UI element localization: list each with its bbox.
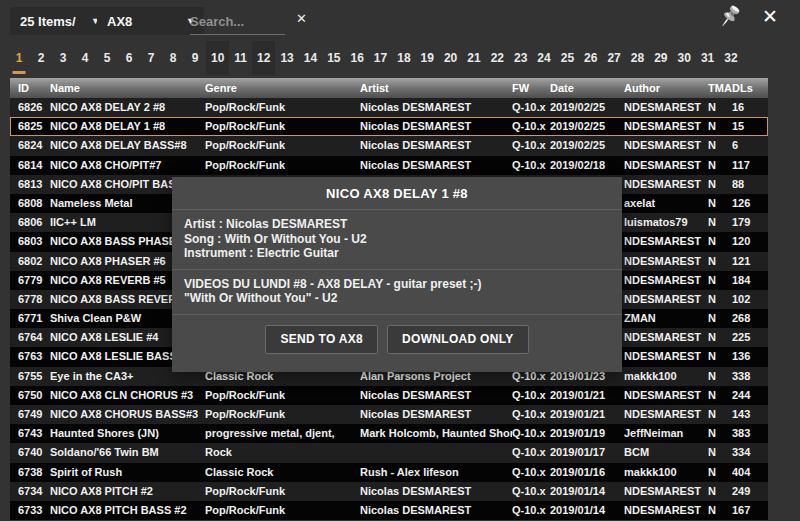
page-number-11[interactable]: 11 — [229, 41, 252, 75]
cell-id: 6824 — [10, 136, 50, 155]
cell-dls: 15 — [732, 117, 768, 136]
page-number-8[interactable]: 8 — [162, 41, 184, 75]
cell-date: 2019/01/21 — [550, 386, 624, 405]
page-number-13[interactable]: 13 — [275, 41, 298, 75]
cell-author: NDESMAREST — [624, 117, 708, 136]
cell-tma: N — [708, 463, 732, 482]
page-number-26[interactable]: 26 — [579, 41, 602, 75]
download-only-button[interactable]: DOWNLOAD ONLY — [387, 325, 528, 354]
page-number-30[interactable]: 30 — [673, 41, 696, 75]
page-number-19[interactable]: 19 — [416, 41, 439, 75]
cell-genre: progressive metal, djent, — [205, 424, 360, 443]
table-row-6740[interactable]: 6740Soldano/'66 Twin BMRockQ-10.x2019/01… — [10, 443, 768, 462]
page-number-15[interactable]: 15 — [322, 41, 345, 75]
send-to-ax8-button[interactable]: SEND TO AX8 — [265, 325, 378, 354]
cell-tma: N — [708, 386, 732, 405]
page-number-1[interactable]: 1 — [8, 41, 30, 75]
cell-dls: 167 — [732, 501, 768, 520]
cell-date: 2019/02/25 — [550, 136, 624, 155]
column-header-dls[interactable]: DLs — [732, 78, 768, 98]
page-number-27[interactable]: 27 — [602, 41, 625, 75]
modal-info-line: Instrument : Electric Guitar — [184, 246, 622, 261]
cell-dls: 404 — [732, 463, 768, 482]
table-row-6814[interactable]: 6814NICO AX8 CHO/PIT#7Pop/Rock/FunkNicol… — [10, 156, 768, 175]
cell-date: 2019/02/25 — [550, 98, 624, 117]
column-header-id[interactable]: ID — [10, 78, 50, 98]
device-filter-select[interactable]: AX8 ▼ — [97, 7, 204, 35]
cell-author: NDESMAREST — [624, 405, 708, 424]
items-per-page-select[interactable]: 25 Items/ ▼ — [10, 7, 109, 35]
page-number-9[interactable]: 9 — [184, 41, 206, 75]
cell-tma: N — [708, 309, 732, 328]
cell-name: NICO AX8 DELAY BASS#8 — [50, 136, 205, 155]
page-number-21[interactable]: 21 — [462, 41, 485, 75]
page-number-12[interactable]: 12 — [252, 41, 275, 75]
cell-fw: Q-10.x — [512, 443, 550, 462]
page-number-4[interactable]: 4 — [74, 41, 96, 75]
close-icon[interactable]: ✕ — [762, 7, 778, 26]
page-number-23[interactable]: 23 — [509, 41, 532, 75]
table-row-6734[interactable]: 6734NICO AX8 PITCH #2Pop/Rock/FunkNicola… — [10, 482, 768, 501]
cell-tma: N — [708, 175, 732, 194]
page-number-31[interactable]: 31 — [696, 41, 719, 75]
page-number-22[interactable]: 22 — [486, 41, 509, 75]
cell-id: 6740 — [10, 443, 50, 462]
page-number-10[interactable]: 10 — [206, 41, 229, 75]
column-header-fw[interactable]: FW — [512, 78, 550, 98]
table-row-6738[interactable]: 6738Spirit of RushClassic RockRush - Ale… — [10, 463, 768, 482]
column-header-genre[interactable]: Genre — [205, 78, 360, 98]
cell-id: 6813 — [10, 175, 50, 194]
page-number-28[interactable]: 28 — [626, 41, 649, 75]
divider — [172, 269, 622, 270]
cell-id: 6826 — [10, 98, 50, 117]
cell-dls: 179 — [732, 213, 768, 232]
cell-tma: N — [708, 136, 732, 155]
cell-id: 6825 — [10, 117, 50, 136]
table-row-6733[interactable]: 6733NICO AX8 PITCH BASS #2Pop/Rock/FunkN… — [10, 501, 768, 520]
cell-fw: Q-10.x — [512, 501, 550, 520]
cell-author: makkk100 — [624, 367, 708, 386]
page-number-16[interactable]: 16 — [345, 41, 368, 75]
table-row-6824[interactable]: 6824NICO AX8 DELAY BASS#8Pop/Rock/FunkNi… — [10, 136, 768, 155]
table-row-6750[interactable]: 6750NICO AX8 CLN CHORUS #3Pop/Rock/FunkN… — [10, 386, 768, 405]
page-number-2[interactable]: 2 — [30, 41, 52, 75]
column-header-tma[interactable]: TMA — [708, 78, 732, 98]
search-field — [190, 8, 285, 35]
column-header-name[interactable]: Name — [50, 78, 205, 98]
column-header-author[interactable]: Author — [624, 78, 708, 98]
page-number-25[interactable]: 25 — [556, 41, 579, 75]
table-row-6749[interactable]: 6749NICO AX8 CHORUS BASS#3Pop/Rock/FunkN… — [10, 405, 768, 424]
cell-author: NDESMAREST — [624, 386, 708, 405]
modal-description: VIDEOS DU LUNDI #8 - AX8 DELAY - guitar … — [184, 277, 622, 306]
page-number-24[interactable]: 24 — [532, 41, 555, 75]
table-header: IDNameGenreArtistFWDateAuthorTMADLs — [10, 78, 768, 98]
cell-author: NDESMAREST — [624, 328, 708, 347]
table-row-6826[interactable]: 6826NICO AX8 DELAY 2 #8Pop/Rock/FunkNico… — [10, 98, 768, 117]
cell-author: NDESMAREST — [624, 136, 708, 155]
cell-dls: 16 — [732, 98, 768, 117]
page-number-17[interactable]: 17 — [369, 41, 392, 75]
search-clear-icon[interactable]: ✕ — [296, 11, 307, 26]
cell-date: 2019/01/17 — [550, 443, 624, 462]
cell-dls: 143 — [732, 405, 768, 424]
page-number-32[interactable]: 32 — [719, 41, 742, 75]
table-row-6743[interactable]: 6743Haunted Shores (JN)progressive metal… — [10, 424, 768, 443]
page-number-6[interactable]: 6 — [118, 41, 140, 75]
cell-artist: Nicolas DESMAREST — [360, 98, 512, 117]
cell-fw: Q-10.x — [512, 156, 550, 175]
page-number-7[interactable]: 7 — [140, 41, 162, 75]
column-header-artist[interactable]: Artist — [360, 78, 512, 98]
column-header-date[interactable]: Date — [550, 78, 624, 98]
page-number-20[interactable]: 20 — [439, 41, 462, 75]
table-row-6825[interactable]: 6825NICO AX8 DELAY 1 #8Pop/Rock/FunkNico… — [10, 117, 768, 136]
cell-id: 6802 — [10, 252, 50, 271]
search-input[interactable] — [190, 8, 285, 34]
page-number-3[interactable]: 3 — [52, 41, 74, 75]
page-number-5[interactable]: 5 — [96, 41, 118, 75]
page-number-18[interactable]: 18 — [392, 41, 415, 75]
cell-dls: 102 — [732, 290, 768, 309]
page-number-14[interactable]: 14 — [299, 41, 322, 75]
preset-browser-window: 25 Items/ ▼ AX8 ▼ ✕ 📌 ✕ 1234567891011121… — [0, 0, 800, 521]
pin-icon[interactable]: 📌 — [719, 4, 743, 28]
page-number-29[interactable]: 29 — [649, 41, 672, 75]
